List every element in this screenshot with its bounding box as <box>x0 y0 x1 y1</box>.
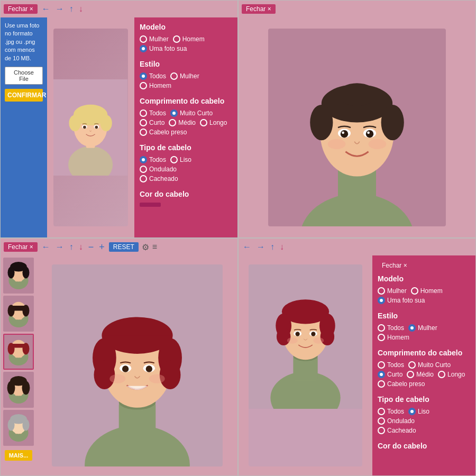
radio-liso-tl[interactable]: Liso <box>170 156 191 163</box>
radio-umafoto-tl[interactable]: Uma foto sua <box>140 45 187 52</box>
radio-homem-tl[interactable]: Homem <box>173 35 205 43</box>
nav-right-br[interactable]: → <box>255 241 266 253</box>
nav-right-tl[interactable]: → <box>54 3 65 15</box>
nav-up-tl[interactable]: ↑ <box>68 3 75 15</box>
radio-cacheado-br[interactable]: Cacheado <box>378 427 416 434</box>
radio-circle-todos-estilo-tl <box>140 72 147 80</box>
radio-longo-tl[interactable]: Longo <box>200 119 227 126</box>
radio-curto-tl[interactable]: Curto <box>140 119 164 126</box>
reset-button-bl[interactable]: RESET <box>109 242 139 252</box>
choose-file-button[interactable]: Choose File <box>5 67 43 85</box>
radio-group-modelo-br: Mulher Homem Uma foto sua <box>378 287 470 304</box>
radio-circle-cacheado-br <box>378 427 385 434</box>
svg-point-98 <box>287 337 298 344</box>
nav-left-tl[interactable]: ← <box>41 3 51 15</box>
radio-longo-br[interactable]: Longo <box>438 371 465 378</box>
top-bar-tr: Fechar × <box>239 1 475 17</box>
radio-medio-tl[interactable]: Médio <box>169 119 196 126</box>
photo-tr <box>268 29 446 226</box>
radio-mulher-estilo-br[interactable]: Mulher <box>408 324 437 332</box>
mais-button-bl[interactable]: MAIS... <box>5 450 33 461</box>
thumb-4-bl[interactable] <box>3 372 34 408</box>
filter-section-comprimento-tl: Comprimento do cabelo Todos Muito Curto <box>140 97 232 136</box>
nav-up-bl[interactable]: ↑ <box>68 241 75 253</box>
filter-title-cor-tl: Cor do cabelo <box>140 190 232 198</box>
radio-circle-homem-estilo-tl <box>140 82 147 89</box>
radio-group-estilo-tl: Todos Mulher Homem <box>140 72 232 89</box>
close-button-tr[interactable]: Fechar × <box>242 4 276 14</box>
menu-button-bl[interactable]: ≡ <box>152 242 157 252</box>
radio-circle-ondulado-tl <box>140 166 147 173</box>
radio-muitocurto-br[interactable]: Muito Curto <box>408 361 451 369</box>
radio-mulher-tl[interactable]: Mulher <box>140 35 169 43</box>
radio-homem-estilo-tl[interactable]: Homem <box>140 82 171 89</box>
radio-group-tipo-tl: Todos Liso Ondulado Cacheado <box>140 156 232 182</box>
radio-umafoto-br[interactable]: Uma foto sua <box>378 297 425 304</box>
photo-area-br <box>239 255 372 475</box>
radio-todos-comp-tl[interactable]: Todos <box>140 109 166 117</box>
radio-todos-tipo-br[interactable]: Todos <box>378 408 404 415</box>
svg-point-20 <box>338 83 376 106</box>
nav-plus-bl[interactable]: + <box>98 241 106 254</box>
filter-title-tipo-tl: Tipo de cabelo <box>140 143 232 152</box>
nav-down-br[interactable]: ↓ <box>279 241 285 253</box>
nav-left-bl[interactable]: ← <box>41 241 51 253</box>
radio-homem-estilo-br[interactable]: Homem <box>378 334 409 341</box>
radio-circle-homem-tl <box>173 35 180 43</box>
panel-top-left: Fechar × ← → ↑ ↓ Use uma foto no formato… <box>0 0 238 238</box>
radio-circle-homem-estilo-br <box>378 334 385 341</box>
radio-todos-tipo-tl[interactable]: Todos <box>140 156 166 163</box>
radio-medio-br[interactable]: Médio <box>407 371 434 378</box>
radio-ondulado-br[interactable]: Ondulado <box>378 417 470 425</box>
thumb-1-bl[interactable] <box>3 258 34 294</box>
radio-group-tipo-br: Todos Liso Ondulado <box>378 408 470 434</box>
radio-cabelopreso-br[interactable]: Cabelo preso <box>378 380 470 388</box>
svg-point-49 <box>22 343 29 354</box>
filter-section-tipo-tl: Tipo de cabelo Todos Liso <box>140 143 232 182</box>
svg-point-19 <box>381 105 404 140</box>
radio-liso-br[interactable]: Liso <box>408 408 429 415</box>
nav-right-bl[interactable]: → <box>54 241 65 253</box>
radio-group-comprimento-br: Todos Muito Curto Curto <box>378 361 470 388</box>
photo-tl <box>53 29 127 226</box>
nav-down-bl[interactable]: ↓ <box>78 241 84 253</box>
filter-section-estilo-br: Estilo Todos Mulher <box>378 312 470 341</box>
nav-left-br[interactable]: ← <box>242 241 252 253</box>
radio-curto-br[interactable]: Curto <box>378 371 402 378</box>
filter-title-estilo-br: Estilo <box>378 312 470 320</box>
thumb-5-bl[interactable] <box>3 410 34 446</box>
radio-circle-mulher-estilo-br <box>408 324 416 332</box>
svg-point-63 <box>22 419 29 431</box>
thumb-3-bl[interactable] <box>3 334 34 370</box>
radio-cacheado-tl[interactable]: Cacheado <box>140 175 178 182</box>
gear-button-bl[interactable]: ⚙ <box>142 242 149 252</box>
close-button-br[interactable]: Fechar × <box>378 261 411 270</box>
radio-mulher-br[interactable]: Mulher <box>378 287 407 295</box>
sidebar-description: Use uma foto no formato .jpg ou .png com… <box>5 22 43 62</box>
radio-todos-estilo-tl[interactable]: Todos <box>140 72 166 80</box>
filter-title-modelo-tl: Modelo <box>140 23 232 31</box>
nav-up-br[interactable]: ↑ <box>269 241 276 253</box>
confirm-button[interactable]: CONFIRMAR <box>5 89 43 102</box>
top-bar-tl: Fechar × ← → ↑ ↓ <box>1 1 237 17</box>
photo-area-tr <box>239 17 475 237</box>
nav-minus-bl[interactable]: − <box>87 241 95 254</box>
radio-muitocurto-tl[interactable]: Muito Curto <box>170 109 213 117</box>
radio-circle-curto-br <box>378 371 385 378</box>
radio-todos-comp-br[interactable]: Todos <box>378 361 404 369</box>
radio-circle-mulher-tl <box>140 35 147 43</box>
radio-cabelopreso-tl[interactable]: Cabelo preso <box>140 129 232 136</box>
radio-homem-br[interactable]: Homem <box>411 287 443 295</box>
radio-circle-homem-br <box>411 287 418 295</box>
thumb-2-bl[interactable] <box>3 296 34 332</box>
radio-circle-todos-tipo-br <box>378 408 385 415</box>
radio-ondulado-tl[interactable]: Ondulado <box>140 166 232 173</box>
close-button-bl[interactable]: Fechar × <box>4 242 38 252</box>
nav-down-tl[interactable]: ↓ <box>78 3 84 15</box>
svg-point-80 <box>109 374 125 383</box>
svg-point-55 <box>7 381 15 395</box>
photo-br <box>249 264 362 467</box>
close-button-tl[interactable]: Fechar × <box>4 4 38 14</box>
radio-mulher-estilo-tl[interactable]: Mulher <box>170 72 199 80</box>
radio-todos-estilo-br[interactable]: Todos <box>378 324 404 332</box>
